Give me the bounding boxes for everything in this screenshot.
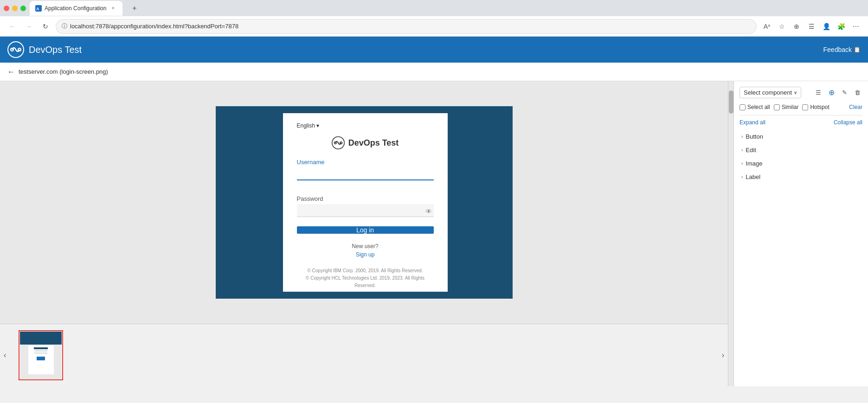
feedback-icon: 📋 [854, 46, 861, 53]
back-button[interactable]: ← [6, 20, 19, 33]
select-all-checkbox[interactable] [739, 104, 746, 110]
select-all-checkbox-label[interactable]: Select all [739, 104, 770, 110]
hotspot-checkbox-label[interactable]: Hotspot [802, 104, 829, 110]
label-chevron-icon: › [741, 174, 743, 179]
app-title: DevOps Test [29, 45, 82, 55]
component-list: › Button › Edit › Image › Label [739, 130, 862, 183]
new-tab-button[interactable]: + [128, 2, 141, 15]
favorites-button[interactable]: ☆ [775, 20, 788, 33]
edit-component-button[interactable]: ✎ [839, 88, 849, 98]
add-icon: ⊕ [829, 88, 835, 97]
browser-tab[interactable]: A Application Configuration × [30, 1, 122, 16]
clear-button[interactable]: Clear [849, 104, 862, 110]
login-screen-mockup: English ▾ DevOps Test Username [216, 106, 513, 299]
edit-icon: ✎ [842, 89, 847, 96]
signup-link[interactable]: Sign up [297, 251, 434, 258]
breadcrumb-text: testserver.com (login-screen.png) [19, 68, 108, 75]
panel-checkboxes-row: Select all Similar Hotspot Clear [739, 104, 862, 110]
username-label: Username [297, 159, 434, 166]
component-item-edit[interactable]: › Edit [739, 144, 862, 156]
select-component-dropdown[interactable]: Select component ∨ [739, 87, 801, 98]
window-controls [4, 6, 26, 11]
expand-collapse-row: Expand all Collapse all [739, 119, 862, 126]
window-minimize-button[interactable] [12, 6, 18, 11]
devops-logo-icon [7, 41, 24, 58]
delete-component-button[interactable]: 🗑 [852, 88, 862, 98]
address-bar: ← → ↻ ⓘ localhost:7878/appconfiguration/… [0, 16, 868, 37]
copyright-text: © Copyright IBM Corp. 2000, 2019. All Ri… [297, 267, 434, 289]
feedback-button[interactable]: Feedback 📋 [823, 46, 861, 53]
component-edit-label: Edit [746, 147, 756, 154]
username-input[interactable] [297, 167, 434, 180]
select-component-chevron: ∨ [794, 90, 797, 95]
svg-text:A: A [36, 6, 39, 11]
password-label: Password [297, 195, 434, 202]
collapse-all-button[interactable]: Collapse all [834, 119, 862, 126]
breadcrumb: ← testserver.com (login-screen.png) [0, 63, 868, 81]
delete-icon: 🗑 [855, 89, 861, 96]
tab-favicon: A [35, 5, 42, 12]
password-toggle-icon[interactable]: 👁 [425, 208, 432, 215]
similar-checkbox-label[interactable]: Similar [774, 104, 799, 110]
login-button[interactable]: Log in [297, 226, 434, 234]
breadcrumb-back-button[interactable]: ← [7, 68, 15, 76]
component-label-label: Label [746, 173, 760, 180]
thumbnail-strip: ‹ › [0, 324, 728, 386]
scrollbar-thumb [729, 90, 733, 114]
extensions-button[interactable]: 🧩 [835, 20, 848, 33]
login-app-name: DevOps Test [348, 138, 399, 148]
panel-action-icons: ☰ ⊕ ✎ 🗑 [813, 88, 862, 98]
login-logo-area: DevOps Test [297, 136, 434, 149]
preview-canvas: English ▾ DevOps Test Username [0, 81, 728, 324]
hotspot-checkbox[interactable] [802, 104, 808, 110]
image-chevron-icon: › [741, 161, 743, 166]
thumb-nav-left-button[interactable]: ‹ [4, 351, 6, 359]
component-image-label: Image [746, 160, 762, 167]
list-view-button[interactable]: ☰ [813, 88, 823, 98]
tab-close-button[interactable]: × [109, 5, 117, 12]
refresh-button[interactable]: ↻ [39, 20, 52, 33]
preview-area: English ▾ DevOps Test Username [0, 81, 728, 386]
read-mode-button[interactable]: Aᵃ [760, 20, 773, 33]
list-icon: ☰ [816, 89, 821, 96]
password-input[interactable] [297, 204, 434, 217]
window-maximize-button[interactable] [20, 6, 26, 11]
component-item-label[interactable]: › Label [739, 171, 862, 183]
url-text: localhost:7878/appconfiguration/index.ht… [70, 23, 751, 30]
login-form-box: English ▾ DevOps Test Username [283, 113, 448, 292]
edit-chevron-icon: › [741, 147, 743, 153]
profile-button[interactable]: 👤 [820, 20, 833, 33]
forward-button[interactable]: → [22, 20, 35, 33]
thumb-nav-right-button[interactable]: › [722, 351, 724, 359]
language-selector[interactable]: English ▾ [297, 122, 434, 129]
right-panel: Select component ∨ ☰ ⊕ ✎ 🗑 [733, 81, 868, 386]
login-logo-icon [332, 136, 345, 149]
similar-checkbox[interactable] [774, 104, 780, 110]
url-bar[interactable]: ⓘ localhost:7878/appconfiguration/index.… [56, 19, 757, 34]
thumbnail-preview [20, 332, 62, 379]
button-chevron-icon: › [741, 134, 743, 139]
main-content: English ▾ DevOps Test Username [0, 81, 868, 386]
new-user-text: New user? [297, 243, 434, 249]
browser-settings-button[interactable]: ☰ [805, 20, 818, 33]
window-close-button[interactable] [4, 6, 9, 11]
thumbnail-item[interactable] [19, 330, 63, 380]
panel-select-row: Select component ∨ ☰ ⊕ ✎ 🗑 [739, 87, 862, 98]
tab-title: Application Configuration [45, 5, 107, 12]
component-item-button[interactable]: › Button [739, 130, 862, 143]
expand-all-button[interactable]: Expand all [739, 119, 765, 126]
title-bar: A Application Configuration × + [0, 0, 868, 16]
main-scrollbar[interactable] [728, 81, 733, 386]
component-button-label: Button [746, 133, 763, 140]
app-logo: DevOps Test [7, 41, 82, 58]
svg-point-6 [334, 142, 336, 144]
web-select-button[interactable]: ⊕ [790, 20, 803, 33]
component-item-image[interactable]: › Image [739, 157, 862, 170]
browser-actions: Aᵃ ☆ ⊕ ☰ 👤 🧩 ⋯ [760, 20, 862, 33]
add-component-button[interactable]: ⊕ [826, 88, 836, 98]
more-button[interactable]: ⋯ [849, 20, 862, 33]
panel-divider [739, 115, 862, 115]
svg-point-7 [340, 142, 342, 144]
app-header: DevOps Test Feedback 📋 [0, 37, 868, 63]
lock-icon: ⓘ [62, 22, 67, 30]
